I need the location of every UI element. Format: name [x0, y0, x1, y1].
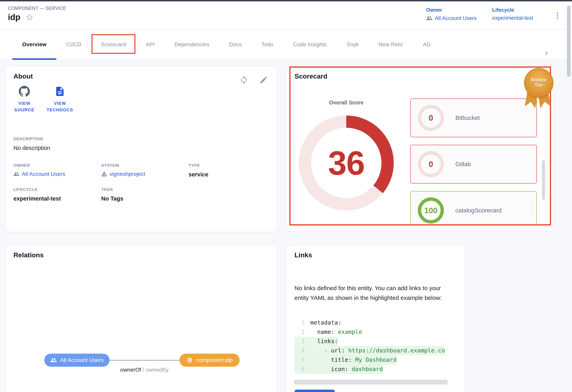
tags-field-label: TAGS [101, 187, 123, 192]
overall-score-label: Overall Score [317, 100, 376, 106]
scorecard-item-gitlab[interactable]: 0Gitlab [410, 145, 537, 183]
line-number: 1 [295, 318, 305, 327]
tab-label: Overview [22, 42, 47, 48]
lifecycle-field-value: experimental-test [14, 196, 61, 202]
owner-label: Owner [426, 7, 477, 13]
score-value: 0 [418, 105, 444, 131]
tab-code-insights[interactable]: Code Insights [283, 30, 337, 60]
header-owner-block: Owner All Account Users [426, 7, 477, 21]
view-techdocs-button[interactable]: VIEW TECHDOCS [41, 86, 79, 113]
view-source-button[interactable]: VIEW SOURCE [5, 86, 43, 113]
page-scrollbar[interactable] [567, 5, 571, 77]
breadcrumb: COMPONENT — SERVICE [8, 6, 66, 11]
tab-snyk[interactable]: Snyk [337, 30, 369, 60]
code-token: - [324, 346, 328, 355]
people-icon [14, 171, 19, 177]
owner-field: OWNER All Account Users [14, 163, 65, 177]
code-horizontal-scrollbar[interactable] [294, 380, 448, 384]
code-line: 5 title: My Dashboard [295, 355, 397, 364]
code-token [310, 355, 331, 364]
tab-label: New Relic [379, 42, 403, 48]
tab-dependencies[interactable]: Dependencies [164, 30, 219, 60]
code-token [310, 337, 317, 346]
system-icon [101, 171, 107, 177]
type-field: TYPE service [189, 163, 208, 178]
owner-value: All Account Users [435, 15, 477, 21]
people-icon [50, 357, 57, 363]
tab-new-relic[interactable]: New Relic [369, 30, 413, 60]
system-field: SYSTEM vigneshproject [101, 163, 145, 177]
more-options-icon[interactable] [553, 10, 562, 21]
system-field-link[interactable]: vigneshproject [101, 171, 145, 177]
tab-ad[interactable]: AD [413, 30, 440, 60]
view-source-label: VIEW SOURCE [9, 100, 40, 113]
lifecycle-value: experimental-test [492, 15, 533, 21]
tab-overview[interactable]: Overview [12, 30, 56, 60]
owner-field-link[interactable]: All Account Users [14, 171, 65, 177]
scorecard-item-bitbucket[interactable]: 0Bitbucket [410, 98, 537, 137]
scorecard-items-list: 0Bitbucket0Gitlab100catalogScorecard [410, 98, 537, 224]
lifecycle-field-label: LIFECYCLE [14, 187, 61, 192]
about-title: About [14, 72, 33, 80]
tab-ci-cd[interactable]: CI/CD [56, 30, 91, 60]
owner-field-value: All Account Users [22, 171, 65, 177]
page-title: idp [8, 13, 20, 22]
title-row: idp [8, 13, 34, 22]
tab-api[interactable]: API [136, 30, 164, 60]
view-techdocs-label: VIEW TECHDOCS [44, 100, 76, 113]
primary-button-partial[interactable] [295, 390, 335, 392]
node-label: component:idp [196, 357, 233, 363]
yaml-code-block: 1metadata:2 name: example3 links:4 - url… [295, 318, 451, 374]
bronze-tier-badge: Bronze Tier [523, 68, 553, 105]
tab-label: Scorecard [101, 42, 126, 48]
tab-docs[interactable]: Docs [219, 30, 252, 60]
code-token [310, 327, 317, 337]
code-token [334, 327, 338, 337]
tab-label: Snyk [347, 42, 359, 48]
browser-top-strip [0, 0, 572, 1]
favorite-star-icon[interactable] [25, 13, 34, 22]
refresh-icon[interactable] [239, 76, 248, 84]
header-lifecycle-block: Lifecycle experimental-test [492, 7, 533, 21]
code-token: dashboard [352, 364, 383, 374]
chip-icon [186, 357, 193, 363]
node-label: All Account Users [60, 357, 103, 363]
description-label: DESCRIPTION [14, 136, 50, 141]
tab-label: Dependencies [174, 42, 209, 48]
code-line: 2 name: example [295, 327, 362, 337]
code-line: 4 - url: https://dashboard.example.co [295, 346, 445, 355]
tabs-scroll-right-icon[interactable] [542, 49, 550, 57]
line-number: 3 [295, 337, 305, 346]
techdocs-icon [54, 86, 65, 97]
relation-node-owner[interactable]: All Account Users [44, 354, 110, 367]
code-token [310, 346, 324, 355]
relation-node-component[interactable]: component:idp [179, 354, 239, 367]
relation-edge-label: ownerOf / ownedBy [91, 367, 198, 373]
lifecycle-label: Lifecycle [492, 7, 533, 13]
score-item-label: Bitbucket [455, 114, 480, 121]
scorecard-item-catalogscorecard[interactable]: 100catalogScorecard [410, 191, 537, 224]
code-token [328, 346, 331, 355]
tab-label: CI/CD [66, 42, 81, 48]
edit-icon[interactable] [259, 76, 268, 84]
code-token: links: [317, 337, 338, 346]
code-token: name: [317, 327, 334, 337]
code-token: My Dashboard [355, 355, 397, 364]
score-ring: 100 [418, 197, 444, 224]
owner-link[interactable]: All Account Users [426, 15, 477, 21]
tab-todo[interactable]: Todo [252, 30, 283, 60]
owner-field-label: OWNER [14, 163, 65, 168]
tabs-row: OverviewCI/CDScorecardAPIDependenciesDoc… [12, 30, 540, 60]
tab-scorecard[interactable]: Scorecard [91, 30, 136, 60]
relations-title: Relations [14, 251, 44, 259]
links-empty-text: No links defined for this entity. You ca… [295, 283, 453, 303]
code-token [310, 364, 331, 374]
relations-card: Relations All Account Users component:id… [5, 246, 277, 392]
code-line: 3 links: [295, 337, 338, 346]
score-value: 0 [418, 151, 444, 177]
tab-label: AD [423, 42, 430, 48]
description-value: No description [14, 145, 50, 151]
tags-field-value: No Tags [101, 196, 123, 202]
tab-label: Todo [261, 42, 273, 48]
scorecard-list-scrollbar[interactable] [542, 160, 545, 200]
